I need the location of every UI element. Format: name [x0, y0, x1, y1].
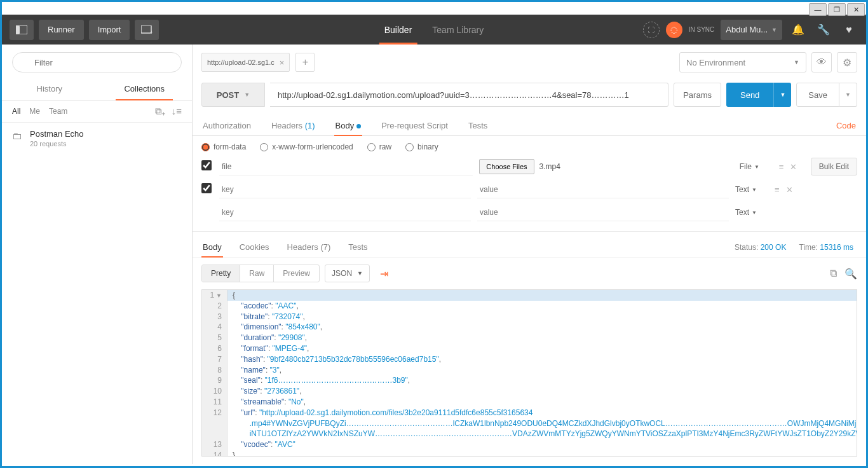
svg-text:+: + [150, 29, 153, 34]
drag-icon[interactable]: ≡ [775, 185, 780, 195]
tab-history[interactable]: History [2, 78, 97, 100]
form-row: Choose Files 3.mp4 File▼ ≡✕ Bulk Edit [201, 155, 857, 178]
heart-icon[interactable]: ♥ [839, 20, 858, 39]
collection-item[interactable]: 🗀 Postman Echo 20 requests [2, 123, 192, 154]
radio-urlencoded[interactable]: x-www-form-urlencoded [260, 142, 353, 151]
environment-label: No Environment [686, 58, 745, 67]
scope-all[interactable]: All [12, 107, 20, 116]
request-tab-label: http://upload-02.sg1.c [207, 59, 275, 66]
tab-collections[interactable]: Collections [97, 78, 193, 100]
row-checkbox[interactable] [201, 160, 212, 170]
drag-icon[interactable]: ≡ [779, 162, 784, 172]
import-button[interactable]: Import [89, 20, 130, 40]
new-window-icon[interactable]: + [135, 20, 159, 40]
tab-body[interactable]: Body [334, 116, 363, 135]
pretty-button[interactable]: Pretty [202, 265, 240, 282]
value-input[interactable] [477, 203, 729, 221]
key-input[interactable] [219, 203, 471, 221]
environment-preview-icon[interactable]: 👁 [811, 52, 832, 72]
radio-binary[interactable]: binary [405, 142, 438, 151]
response-toolbar: Pretty Raw Preview JSON▼ ⇥ ⧉ 🔍 [193, 258, 866, 289]
content: http://upload-02.sg1.c × + No Environmen… [193, 45, 866, 464]
resp-tab-cookies[interactable]: Cookies [238, 237, 271, 257]
form-row: Text▼ ≡✕ [201, 178, 857, 201]
topbar: Runner Import + Builder Team Library ⛶ ◌… [2, 15, 866, 45]
radio-formdata[interactable]: form-data [201, 142, 246, 151]
search-icon[interactable]: 🔍 [844, 268, 857, 280]
tab-builder[interactable]: Builder [374, 15, 423, 45]
tab-tests[interactable]: Tests [467, 116, 489, 135]
resp-tab-body[interactable]: Body [201, 237, 223, 257]
url-input[interactable] [270, 83, 668, 107]
send-dropdown[interactable]: ▼ [773, 83, 791, 107]
copy-icon[interactable]: ⧉ [830, 268, 837, 280]
bulk-edit-button[interactable]: Bulk Edit [811, 158, 857, 176]
method-dropdown[interactable]: POST ▼ [201, 83, 265, 107]
preview-button[interactable]: Preview [274, 265, 319, 282]
tab-headers[interactable]: Headers (1) [270, 116, 316, 135]
view-segment: Pretty Raw Preview [201, 265, 320, 282]
tab-prerequest[interactable]: Pre-request Script [380, 116, 449, 135]
save-button[interactable]: Save [796, 83, 839, 107]
user-name: Abdul Mu... [726, 25, 768, 34]
status-area: Status: 200 OK Time: 15316 ms [735, 243, 857, 252]
row-checkbox[interactable] [201, 183, 212, 193]
window-close[interactable]: ✕ [847, 3, 865, 16]
new-collection-icon[interactable]: ⧉₊ [155, 106, 165, 117]
svg-rect-1 [16, 25, 20, 34]
sync-icon[interactable]: ◌ [666, 22, 682, 38]
status-value: 200 OK [761, 243, 787, 252]
response-tabs: Body Cookies Headers (7) Tests Status: 2… [193, 232, 866, 258]
notifications-icon[interactable]: 🔔 [789, 20, 808, 39]
sidebar: 🔍 History Collections All Me Team ⧉₊ ↓≡ … [2, 45, 193, 464]
raw-button[interactable]: Raw [240, 265, 274, 282]
radio-raw[interactable]: raw [367, 142, 391, 151]
format-dropdown[interactable]: JSON▼ [325, 265, 370, 282]
key-input[interactable] [219, 158, 473, 176]
environment-settings-icon[interactable]: ⚙ [837, 52, 857, 72]
scope-team[interactable]: Team [49, 107, 67, 116]
request-tab[interactable]: http://upload-02.sg1.c × [201, 53, 290, 72]
request-tabs: Authorization Headers (1) Body Pre-reque… [193, 112, 866, 136]
choose-files-button[interactable]: Choose Files [479, 159, 534, 174]
resp-tab-tests[interactable]: Tests [347, 237, 369, 257]
form-row: Text▼ [201, 201, 857, 224]
request-row: POST ▼ Params Send ▼ Save ▼ [193, 78, 866, 112]
type-dropdown[interactable]: Text▼ [735, 208, 768, 217]
modified-dot-icon [356, 124, 361, 128]
send-button[interactable]: Send [726, 83, 773, 107]
settings-icon[interactable]: 🔧 [814, 20, 833, 39]
sync-label: IN SYNC [689, 26, 715, 33]
tab-authorization[interactable]: Authorization [201, 116, 252, 135]
scope-me[interactable]: Me [29, 107, 40, 116]
sort-icon[interactable]: ↓≡ [172, 106, 182, 117]
topbar-right: ⛶ ◌ IN SYNC Abdul Mu... ▼ 🔔 🔧 ♥ [643, 20, 858, 40]
value-input[interactable] [477, 181, 729, 198]
resp-tab-headers[interactable]: Headers (7) [286, 237, 332, 257]
delete-icon[interactable]: ✕ [786, 185, 793, 195]
window-minimize[interactable]: — [809, 3, 827, 16]
filter-input[interactable] [12, 52, 182, 72]
chevron-down-icon: ▼ [771, 27, 777, 33]
window-maximize[interactable]: ❐ [828, 3, 846, 16]
wrap-icon[interactable]: ⇥ [375, 264, 394, 283]
close-icon[interactable]: × [280, 58, 285, 67]
type-dropdown[interactable]: Text▼ [735, 185, 768, 194]
interceptor-icon[interactable]: ⛶ [643, 22, 660, 38]
runner-button[interactable]: Runner [39, 20, 84, 40]
tab-team-library[interactable]: Team Library [422, 15, 494, 45]
user-dropdown[interactable]: Abdul Mu... ▼ [721, 20, 782, 40]
params-button[interactable]: Params [674, 83, 721, 107]
method-label: POST [217, 90, 239, 100]
generate-code-link[interactable]: Code [835, 116, 857, 135]
chevron-down-icon: ▼ [794, 59, 799, 65]
type-dropdown[interactable]: File▼ [740, 162, 773, 171]
key-input[interactable] [219, 181, 471, 198]
environment-dropdown[interactable]: No Environment ▼ [679, 52, 806, 72]
collection-meta: 20 requests [30, 140, 84, 148]
add-tab-button[interactable]: + [295, 53, 315, 72]
save-dropdown[interactable]: ▼ [839, 83, 857, 107]
response-body[interactable]: 1▼{ 2 "acodec": "AAC", 3 "bitrate": "732… [201, 289, 857, 457]
delete-icon[interactable]: ✕ [790, 162, 797, 172]
sidebar-toggle-icon[interactable] [10, 20, 34, 40]
